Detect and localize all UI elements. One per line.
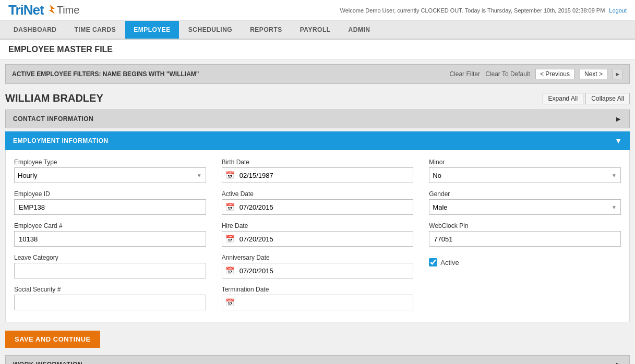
top-right-info: Welcome Demo User, currently CLOCKED OUT… <box>340 7 627 14</box>
gender-select-wrapper: Male Female Other <box>429 199 621 215</box>
form-col-3: Minor No Yes Gender Male Female <box>429 159 621 318</box>
employee-type-group: Employee Type Hourly Salary Contract <box>14 159 206 183</box>
nav-admin[interactable]: ADMIN <box>340 21 379 39</box>
active-date-input[interactable] <box>237 200 413 214</box>
collapse-all-button[interactable]: Collapse All <box>585 93 630 104</box>
contact-section-label: CONTACT INFORMATION <box>13 115 93 123</box>
hire-date-input[interactable] <box>237 232 413 246</box>
webclock-pin-label: WebClock Pin <box>429 222 621 229</box>
form-col-2: Birth Date 📅 Active Date 📅 Hire Date <box>222 159 414 318</box>
save-btn-row: SAVE AND CONTINUE <box>0 325 635 355</box>
save-and-continue-button[interactable]: SAVE AND CONTINUE <box>5 331 100 348</box>
employee-name-row: WILLIAM BRADLEY Expand All Collapse All <box>0 88 635 106</box>
work-section-header[interactable]: WORK INFORMATION ► <box>5 355 630 364</box>
filter-bar: ACTIVE EMPLOYEE FILTERS: NAME BEGINS WIT… <box>5 64 630 84</box>
welcome-text: Welcome Demo User, currently CLOCKED OUT… <box>340 7 605 14</box>
employee-name: WILLIAM BRADLEY <box>5 92 103 104</box>
active-checkbox[interactable] <box>429 258 437 266</box>
employment-section-label: EMPLOYMENT INFORMATION <box>13 137 109 144</box>
clear-to-default-link[interactable]: Clear To Default <box>485 70 530 78</box>
hire-date-label: Hire Date <box>222 222 414 229</box>
work-section-toggle-icon: ► <box>615 360 622 364</box>
logo: TriNet Time <box>8 2 79 18</box>
logo-brand: TriNet <box>8 2 44 18</box>
birth-date-wrapper: 📅 <box>222 167 414 183</box>
active-checkbox-wrapper: Active <box>429 258 621 266</box>
birth-date-group: Birth Date 📅 <box>222 159 414 183</box>
nav-payroll[interactable]: PAYROLL <box>292 21 339 39</box>
employee-type-select[interactable]: Hourly Salary Contract <box>14 167 206 183</box>
svg-marker-0 <box>49 5 55 14</box>
anniversary-date-calendar-icon[interactable]: 📅 <box>222 266 237 275</box>
logo-product: Time <box>57 4 80 16</box>
nav-employee[interactable]: EMPLOYEE <box>125 21 179 39</box>
contact-section-toggle-icon: ► <box>615 115 622 123</box>
anniversary-date-input[interactable] <box>237 263 413 278</box>
gender-select[interactable]: Male Female Other <box>429 199 621 215</box>
active-date-calendar-icon[interactable]: 📅 <box>222 203 237 211</box>
termination-date-input[interactable] <box>237 295 413 310</box>
leave-category-input[interactable] <box>14 263 206 278</box>
social-security-input[interactable] <box>14 295 206 310</box>
employee-card-label: Employee Card # <box>14 222 206 229</box>
termination-date-group: Termination Date 📅 <box>222 286 414 310</box>
termination-date-calendar-icon[interactable]: 📅 <box>222 298 237 307</box>
employment-form-grid: Employee Type Hourly Salary Contract Emp… <box>14 159 621 318</box>
active-date-wrapper: 📅 <box>222 199 414 215</box>
nav-time-cards[interactable]: TIME CARDS <box>66 21 125 39</box>
employee-card-group: Employee Card # <box>14 222 206 247</box>
termination-date-wrapper: 📅 <box>222 295 414 310</box>
active-date-label: Active Date <box>222 190 414 198</box>
birth-date-calendar-icon[interactable]: 📅 <box>222 171 237 179</box>
work-section: WORK INFORMATION ► <box>5 355 630 364</box>
anniversary-date-label: Anniversary Date <box>222 254 414 261</box>
termination-date-label: Termination Date <box>222 286 414 293</box>
work-section-label: WORK INFORMATION <box>13 361 82 364</box>
nav-reports[interactable]: REPORTS <box>242 21 291 39</box>
employment-section: EMPLOYMENT INFORMATION ▼ Employee Type H… <box>5 131 630 322</box>
employee-id-input[interactable] <box>14 199 206 215</box>
hire-date-group: Hire Date 📅 <box>222 222 414 247</box>
employee-card-input[interactable] <box>14 231 206 247</box>
minor-group: Minor No Yes <box>429 159 621 183</box>
contact-section-header[interactable]: CONTACT INFORMATION ► <box>5 110 630 128</box>
webclock-pin-input[interactable] <box>429 231 621 247</box>
next-button[interactable]: Next > <box>580 69 607 79</box>
clear-filter-link[interactable]: Clear Filter <box>449 70 480 78</box>
hire-date-wrapper: 📅 <box>222 231 414 247</box>
anniversary-date-group: Anniversary Date 📅 <box>222 254 414 278</box>
minor-label: Minor <box>429 159 621 166</box>
employment-section-toggle-icon: ▼ <box>615 137 622 145</box>
expand-collapse-buttons: Expand All Collapse All <box>543 93 630 104</box>
employee-id-group: Employee ID <box>14 190 206 215</box>
birth-date-label: Birth Date <box>222 159 414 166</box>
page-title: EMPLOYEE MASTER FILE <box>8 45 113 54</box>
social-security-label: Social Security # <box>14 286 206 293</box>
social-security-group: Social Security # <box>14 286 206 310</box>
leave-category-group: Leave Category <box>14 254 206 278</box>
nav-scheduling[interactable]: SCHEDULING <box>180 21 241 39</box>
expand-all-button[interactable]: Expand All <box>543 93 584 104</box>
active-checkbox-group: Active <box>429 254 621 266</box>
top-bar: TriNet Time Welcome Demo User, currently… <box>0 0 635 21</box>
minor-select[interactable]: No Yes <box>429 167 621 183</box>
contact-section: CONTACT INFORMATION ► <box>5 110 630 128</box>
employment-section-body: Employee Type Hourly Salary Contract Emp… <box>5 150 630 322</box>
logout-link[interactable]: Logout <box>609 7 627 14</box>
employment-section-header[interactable]: EMPLOYMENT INFORMATION ▼ <box>5 131 630 150</box>
birth-date-input[interactable] <box>237 168 413 183</box>
gender-group: Gender Male Female Other <box>429 190 621 215</box>
nav-dashboard[interactable]: DASHBOARD <box>5 21 65 39</box>
page-title-bar: EMPLOYEE MASTER FILE <box>0 40 635 60</box>
previous-button[interactable]: < Previous <box>535 69 574 79</box>
gender-label: Gender <box>429 190 621 198</box>
minor-select-wrapper: No Yes <box>429 167 621 183</box>
leave-category-label: Leave Category <box>14 254 206 261</box>
last-page-button[interactable]: ► <box>613 69 623 79</box>
employee-id-label: Employee ID <box>14 190 206 198</box>
employee-type-label: Employee Type <box>14 159 206 166</box>
webclock-pin-group: WebClock Pin <box>429 222 621 247</box>
logo-bird-icon <box>44 4 56 17</box>
employee-type-select-wrapper: Hourly Salary Contract <box>14 167 206 183</box>
hire-date-calendar-icon[interactable]: 📅 <box>222 235 237 243</box>
